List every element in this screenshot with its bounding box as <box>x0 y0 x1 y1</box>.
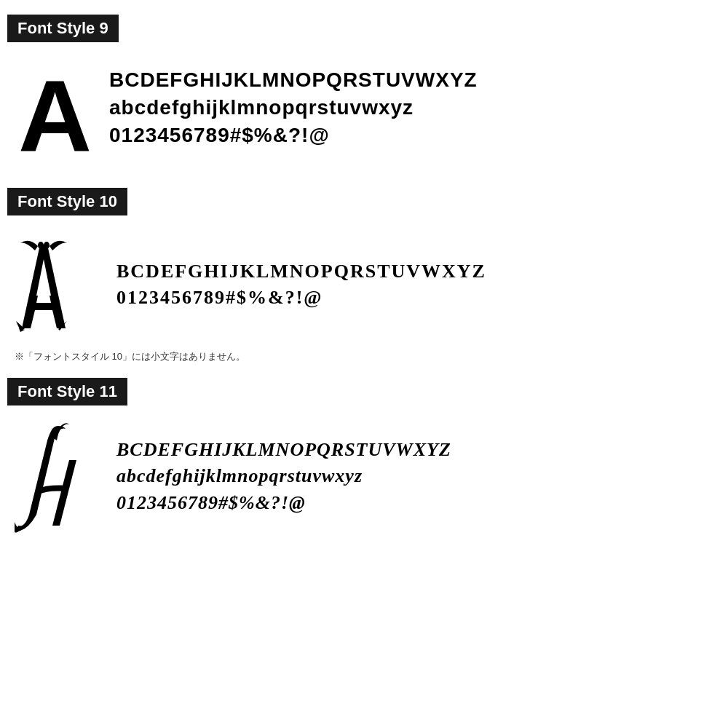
font-style-11-line-3: 0123456789#$%&?!@ <box>116 490 451 516</box>
font-style-9-section: Font Style 9 A BCDEFGHIJKLMNOPQRSTUVWXYZ… <box>7 15 721 173</box>
font-style-10-line-2: 0123456789#$%&?!@ <box>116 285 486 311</box>
font-style-10-note: ※「フォントスタイル 10」には小文字はありません。 <box>15 350 713 363</box>
font-style-9-line-2: abcdefghijklmnopqrstuvwxyz <box>109 94 478 122</box>
font-style-10-big-letter <box>15 230 102 339</box>
svg-point-2 <box>44 242 50 249</box>
font-style-10-chars: BCDEFGHIJKLMNOPQRSTUVWXYZ 0123456789#$%&… <box>116 258 486 312</box>
font-style-9-label: Font Style 9 <box>7 15 119 42</box>
font-style-11-section: Font Style 11 BCDEFGHIJKLMNOPQRSTUVWXYZ … <box>7 378 721 540</box>
font-style-11-big-letter <box>15 420 102 533</box>
font-style-11-line-2: abcdefghijklmnopqrstuvwxyz <box>116 463 451 489</box>
font-style-9-demo: A BCDEFGHIJKLMNOPQRSTUVWXYZ abcdefghijkl… <box>7 50 721 173</box>
font-style-11-label: Font Style 11 <box>7 378 127 405</box>
svg-text:A: A <box>18 59 92 159</box>
font-style-10-line-1: BCDEFGHIJKLMNOPQRSTUVWXYZ <box>116 258 486 285</box>
font-style-11-line-1: BCDEFGHIJKLMNOPQRSTUVWXYZ <box>116 437 451 463</box>
font-style-10-demo: BCDEFGHIJKLMNOPQRSTUVWXYZ 0123456789#$%&… <box>7 223 721 347</box>
font-style-9-line-3: 0123456789#$%&?!@ <box>109 122 478 149</box>
font-style-9-line-1: BCDEFGHIJKLMNOPQRSTUVWXYZ <box>109 66 478 94</box>
font-style-9-chars: BCDEFGHIJKLMNOPQRSTUVWXYZ abcdefghijklmn… <box>109 66 478 149</box>
font-style-11-chars: BCDEFGHIJKLMNOPQRSTUVWXYZ abcdefghijklmn… <box>116 437 451 516</box>
page-container: Font Style 9 A BCDEFGHIJKLMNOPQRSTUVWXYZ… <box>0 0 728 728</box>
font-style-10-section: Font Style 10 <box>7 188 721 363</box>
font-style-9-big-letter: A <box>15 57 95 159</box>
svg-point-1 <box>38 242 44 249</box>
font-style-11-demo: BCDEFGHIJKLMNOPQRSTUVWXYZ abcdefghijklmn… <box>7 413 721 540</box>
font-style-10-label: Font Style 10 <box>7 188 127 215</box>
